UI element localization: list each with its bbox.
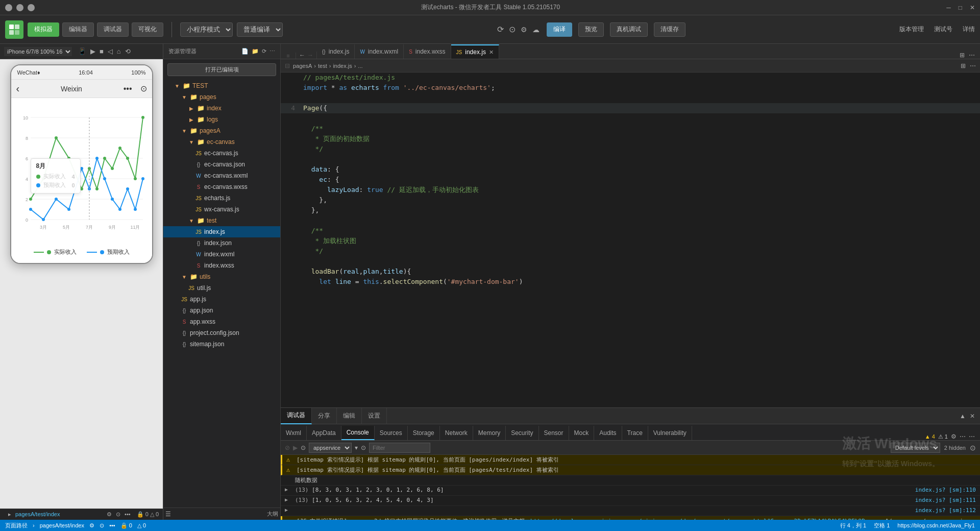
eye-icon-bottom[interactable]: ⊙ [116, 511, 120, 518]
editor-button[interactable]: 编辑器 [62, 22, 94, 37]
console-tab-console[interactable]: Console [341, 426, 375, 440]
clean-cache-button[interactable]: 清缓存 [654, 22, 685, 37]
file-util-js[interactable]: JS util.js [163, 282, 280, 294]
device-select[interactable]: iPhone 6/7/8 100% 16 [4, 47, 72, 56]
csdn-link[interactable]: https://blog.csdn.net/Java_Fly1 [897, 522, 975, 528]
sidebar-toggle-icon[interactable]: ≡ [286, 53, 289, 59]
file-echarts-js[interactable]: JS echarts.js [163, 192, 280, 204]
minimize-button[interactable] [5, 4, 12, 11]
collapse-icon[interactable]: ⊟ [285, 62, 290, 69]
folder-logs[interactable]: ▶ 📁 logs [163, 114, 280, 125]
file-wx-canvas-js[interactable]: JS wx-canvas.js [163, 204, 280, 215]
close-button[interactable] [28, 4, 35, 11]
devtools-tab-settings[interactable]: 设置 [362, 408, 387, 424]
console-tab-trace[interactable]: Trace [622, 426, 648, 440]
test-btn[interactable]: 测试号 [934, 25, 952, 34]
route-settings-icon[interactable]: ⚙ [89, 522, 94, 529]
expand-arrow-2[interactable]: ▶ [285, 497, 293, 502]
console-more-icon[interactable]: ⋯ [969, 433, 975, 440]
breadcrumb-test[interactable]: test [318, 63, 327, 69]
tab-index-wxss[interactable]: S index.wxss [404, 44, 451, 59]
refresh-icon[interactable]: ⟳ [497, 25, 504, 34]
tab-close-icon[interactable]: ✕ [489, 49, 494, 56]
open-editor-btn[interactable]: 打开已编辑项 [167, 63, 276, 76]
console-tab-security[interactable]: Security [506, 426, 538, 440]
preview-eye-icon[interactable]: ⊙ [509, 25, 516, 34]
hidden-toggle[interactable]: 2 hidden [944, 445, 966, 451]
file-index-wxml[interactable]: W index.wxml [163, 249, 280, 260]
fm-new-folder-icon[interactable]: 📁 [252, 48, 259, 55]
window-controls[interactable] [5, 4, 35, 11]
nav-dot-icon[interactable]: ⊙ [140, 84, 147, 93]
console-eye-2-icon[interactable]: ⊙ [361, 444, 366, 451]
canvas-doc-link[interactable]: https://developers.weixin.qq.com/minipro… [530, 518, 865, 520]
devtools-tab-share[interactable]: 分享 [312, 408, 337, 424]
back-arrow-icon[interactable]: ‹ [16, 83, 20, 94]
file-index-json[interactable]: {} index.json [163, 237, 280, 249]
console-tab-vulnerability[interactable]: Vulnerability [648, 426, 692, 440]
file-app-js[interactable]: JS app.js [163, 294, 280, 305]
compile-button[interactable]: 编译 [547, 22, 572, 37]
real-device-button[interactable]: 真机调试 [610, 22, 648, 37]
more-icon-bottom[interactable]: ••• [125, 511, 131, 518]
file-index-js[interactable]: JS index.js [163, 226, 280, 237]
appservice-select[interactable]: appservice [309, 443, 352, 453]
breadcrumb-pagesA[interactable]: pagesA [293, 63, 312, 69]
console-run-icon[interactable]: ▶ [293, 444, 298, 451]
preview-button[interactable]: 预览 [578, 22, 604, 37]
file-project-config[interactable]: {} project.config.json [163, 327, 280, 339]
fm-refresh-icon[interactable]: ⟳ [262, 48, 266, 55]
eye-hidden-icon[interactable]: ⊙ [970, 444, 976, 452]
console-tab-audits[interactable]: Audits [594, 426, 622, 440]
fm-new-file-icon[interactable]: 📄 [241, 48, 249, 55]
cloud-icon[interactable]: ☁ [532, 26, 540, 34]
devtools-tab-edit[interactable]: 编辑 [337, 408, 362, 424]
file-app-json[interactable]: {} app.json [163, 305, 280, 316]
tab-index-json[interactable]: {} index.js [317, 44, 355, 59]
file-ec-canvas-js[interactable]: JS ec-canvas.js [163, 148, 280, 159]
console-tab-mock[interactable]: Mock [569, 426, 595, 440]
compile-select[interactable]: 普通编译 [237, 22, 283, 37]
dropdown-arrow-icon[interactable]: ▾ [355, 444, 358, 451]
phone-icon[interactable]: 📱 [78, 47, 86, 55]
play-icon[interactable]: ▶ [90, 47, 95, 55]
console-eye-icon[interactable]: ⊙ [301, 444, 306, 451]
version-manager-btn[interactable]: 版本管理 [899, 25, 924, 34]
fm-collapse-icon[interactable]: ⋯ [270, 48, 275, 55]
back-icon[interactable]: ◁ [108, 47, 113, 55]
home-icon[interactable]: ⌂ [117, 47, 121, 55]
file-sitemap[interactable]: {} sitemap.json [163, 339, 280, 350]
file-index-wxss[interactable]: S index.wxss [163, 260, 280, 271]
filter-input[interactable] [369, 443, 430, 453]
folder-TEST[interactable]: ▼ 📁 TEST [163, 80, 280, 91]
detail-btn[interactable]: 详情 [963, 25, 975, 34]
devtools-close-icon[interactable]: ✕ [970, 413, 975, 420]
expand-arrow-1[interactable]: ▶ [285, 487, 293, 492]
maximize-icon[interactable]: □ [959, 4, 962, 11]
console-array-3[interactable]: ▶ index.js? [sm]:112 [281, 506, 980, 516]
console-block-icon[interactable]: ⊘ [285, 444, 290, 451]
more-icon[interactable]: ••• [124, 84, 132, 93]
split-editor-icon[interactable]: ⊞ [960, 52, 965, 59]
file-ec-canvas-wxss[interactable]: S ec-canvas.wxss [163, 181, 280, 192]
folder-index[interactable]: ▶ 📁 index [163, 103, 280, 114]
tab-index-wxml[interactable]: W index.wxml [355, 44, 404, 59]
more-options-icon[interactable]: ⋯ [970, 62, 976, 69]
folder-pages[interactable]: ▼ 📁 pages [163, 91, 280, 103]
simulator-button[interactable]: 模拟器 [28, 22, 59, 37]
console-array-2[interactable]: ▶ (13) [1, 0, 5, 6, 3, 2, 4, 5, 4, 0, 4,… [281, 496, 980, 506]
file-ec-canvas-json[interactable]: {} ec-canvas.json [163, 159, 280, 170]
mode-select[interactable]: 小程序模式 [180, 22, 233, 37]
console-settings-icon[interactable]: ⚙ [951, 433, 957, 440]
maximize-button[interactable] [16, 4, 23, 11]
nav-back-icon[interactable]: ← [299, 52, 305, 59]
console-tab-sources[interactable]: Sources [375, 426, 408, 440]
route-eye-icon[interactable]: ⊙ [100, 522, 104, 529]
settings-icon2[interactable]: ⚙ [521, 26, 527, 34]
minimize-icon[interactable]: ─ [946, 4, 951, 11]
folder-ec-canvas[interactable]: ▼ 📁 ec-canvas [163, 136, 280, 148]
folder-utils[interactable]: ▼ 📁 utils [163, 271, 280, 282]
console-tab-storage[interactable]: Storage [408, 426, 440, 440]
devtools-expand-icon[interactable]: ▲ [960, 413, 966, 420]
rotate-icon[interactable]: ⟲ [125, 47, 131, 55]
